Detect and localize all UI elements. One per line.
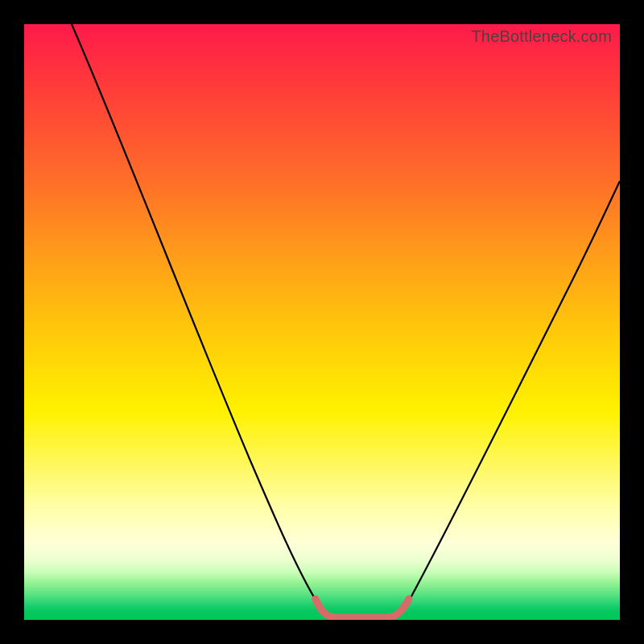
- watermark-text: TheBottleneck.com: [471, 27, 612, 46]
- chart-area: TheBottleneck.com: [24, 24, 620, 620]
- bottleneck-curve-path: [72, 24, 620, 618]
- bottleneck-curve-svg: [24, 24, 620, 620]
- optimal-zone-marker: [316, 599, 409, 617]
